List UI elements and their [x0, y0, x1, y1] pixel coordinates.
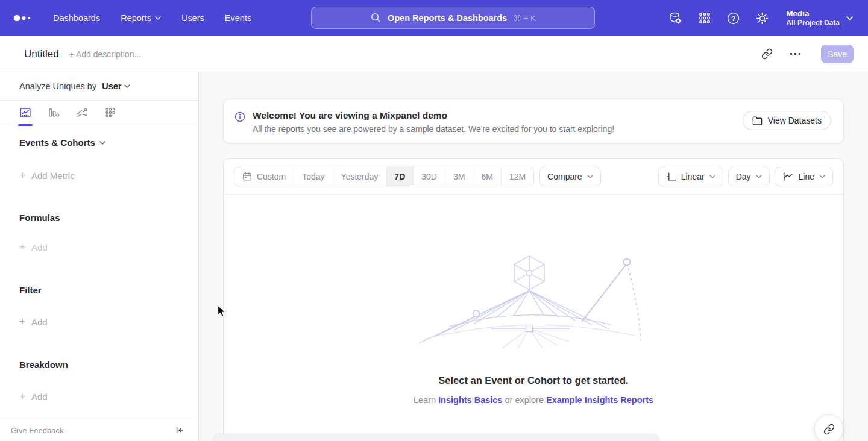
retention-dots-icon	[104, 107, 116, 119]
chart-type-dropdown[interactable]: Line	[775, 167, 833, 186]
tab-retention[interactable]	[104, 107, 116, 119]
visualization-tabs	[0, 100, 198, 125]
banner-subtitle: All the reports you see are powered by a…	[253, 124, 614, 134]
bars-icon	[48, 107, 60, 119]
nav-users[interactable]: Users	[181, 13, 204, 23]
mixpanel-logo[interactable]	[13, 14, 35, 22]
search-icon	[370, 12, 382, 23]
banner-title: Welcome! You are viewing a Mixpanel demo	[253, 110, 614, 121]
nav-events[interactable]: Events	[225, 13, 251, 23]
help-button[interactable]: ?	[726, 11, 740, 25]
tab-flows[interactable]	[76, 107, 88, 119]
share-link-fab[interactable]	[814, 414, 843, 441]
link-icon	[761, 48, 773, 60]
svg-text:?: ?	[731, 14, 735, 22]
chevron-down-icon	[587, 175, 593, 178]
tab-funnels[interactable]	[48, 107, 60, 119]
line-chart-icon	[782, 172, 794, 181]
date-range-segmented: Custom Today Yesterday 7D 30D 3M 6M 12M	[234, 167, 534, 186]
apps-grid-button[interactable]	[697, 11, 711, 25]
analyze-label: Analyze Uniques by	[19, 81, 96, 91]
range-6m[interactable]: 6M	[473, 167, 500, 186]
data-management-button[interactable]	[668, 11, 682, 25]
scale-dropdown[interactable]: Linear	[658, 167, 723, 186]
gear-icon	[755, 11, 769, 25]
chevron-down-icon	[155, 16, 161, 20]
chart-controls: Custom Today Yesterday 7D 30D 3M 6M 12M …	[224, 159, 843, 195]
project-switcher[interactable]: Media All Project Data	[786, 8, 853, 28]
report-title[interactable]: Untitled	[24, 48, 59, 60]
flows-icon	[76, 107, 88, 119]
demo-welcome-banner: Welcome! You are viewing a Mixpanel demo…	[223, 99, 844, 143]
collapse-sidebar-button[interactable]	[174, 424, 186, 436]
save-button[interactable]: Save	[821, 45, 854, 63]
range-12m[interactable]: 12M	[501, 167, 533, 186]
add-breakdown-button[interactable]: +Add	[19, 390, 179, 402]
chevron-down-icon	[124, 84, 130, 88]
range-today[interactable]: Today	[294, 167, 332, 186]
link-icon	[823, 424, 835, 435]
global-search[interactable]: Open Reports & Dashboards ⌘ + K	[311, 7, 595, 29]
analyze-row: Analyze Uniques by User	[0, 72, 198, 100]
report-header-bar: Untitled + Add description... Save	[0, 36, 868, 72]
empty-state: Select an Event or Cohort to get started…	[224, 195, 843, 405]
nav-right: ? Media All Project Data	[668, 0, 853, 36]
empty-state-illustration	[419, 253, 648, 348]
range-yesterday[interactable]: Yesterday	[333, 167, 386, 186]
add-formula-button[interactable]: +Add	[19, 241, 179, 253]
analyze-unit-dropdown[interactable]: User	[102, 81, 130, 91]
give-feedback-link[interactable]: Give Feedback	[11, 426, 63, 435]
example-insights-reports-link[interactable]: Example Insights Reports	[546, 395, 653, 405]
breakdown-header: Breakdown	[19, 360, 179, 370]
collapse-left-icon	[175, 425, 184, 435]
info-icon	[234, 111, 245, 122]
empty-state-hint: Learn Insights Basics or explore Example…	[224, 395, 843, 405]
top-nav: Dashboards Reports Users Events Open Rep…	[0, 0, 868, 36]
events-cohorts-header[interactable]: Events & Cohorts	[19, 137, 179, 148]
formulas-header: Formulas	[19, 213, 179, 223]
report-main-area: Welcome! You are viewing a Mixpanel demo…	[199, 72, 868, 441]
copy-link-button[interactable]	[761, 48, 773, 60]
sidebar-footer: Give Feedback	[0, 419, 198, 441]
search-shortcut: ⌘ + K	[513, 13, 536, 23]
insights-chart-icon	[19, 107, 31, 119]
settings-button[interactable]	[755, 11, 769, 25]
more-options-button[interactable]	[789, 48, 801, 60]
add-filter-button[interactable]: +Add	[19, 316, 179, 328]
tab-insights[interactable]	[19, 107, 31, 119]
filter-header: Filter	[19, 285, 179, 295]
linear-axis-icon	[666, 172, 676, 181]
mixpanel-insights-screen: Dashboards Reports Users Events Open Rep…	[0, 0, 868, 441]
chevron-down-icon	[819, 175, 825, 178]
add-metric-button[interactable]: +Add Metric	[19, 169, 179, 181]
chevron-down-icon	[756, 175, 762, 178]
nav-reports[interactable]: Reports	[121, 13, 161, 23]
compare-dropdown[interactable]: Compare	[539, 167, 601, 186]
folder-icon	[752, 116, 763, 126]
range-custom[interactable]: Custom	[234, 167, 294, 186]
report-description-placeholder[interactable]: + Add description...	[69, 49, 141, 59]
project-scope: All Project Data	[786, 19, 840, 28]
question-circle-icon: ?	[726, 11, 740, 25]
range-30d[interactable]: 30D	[413, 167, 445, 186]
interval-dropdown[interactable]: Day	[728, 167, 770, 186]
view-datasets-button[interactable]: View Datasets	[743, 111, 831, 130]
ellipsis-icon	[790, 52, 801, 55]
range-7d[interactable]: 7D	[386, 167, 413, 186]
nav-dashboards[interactable]: Dashboards	[53, 13, 100, 23]
mixpanel-logo-icon	[13, 14, 35, 22]
range-3m[interactable]: 3M	[445, 167, 473, 186]
database-gear-icon	[668, 11, 682, 25]
nav-items: Dashboards Reports Users Events	[53, 13, 251, 23]
search-placeholder: Open Reports & Dashboards	[388, 13, 507, 23]
empty-state-title: Select an Event or Cohort to get started…	[224, 375, 843, 386]
chevron-down-icon	[709, 175, 715, 178]
insights-basics-link[interactable]: Insights Basics	[438, 395, 502, 405]
insights-chart-card: Custom Today Yesterday 7D 30D 3M 6M 12M …	[223, 158, 844, 441]
selected-tab-underline	[18, 124, 33, 126]
bottom-drawer-handle[interactable]	[213, 434, 659, 441]
calendar-icon	[242, 172, 252, 181]
query-builder-sidebar: Analyze Uniques by User	[0, 72, 199, 441]
chevron-down-icon	[846, 16, 853, 20]
grid-dots-icon	[698, 11, 711, 25]
